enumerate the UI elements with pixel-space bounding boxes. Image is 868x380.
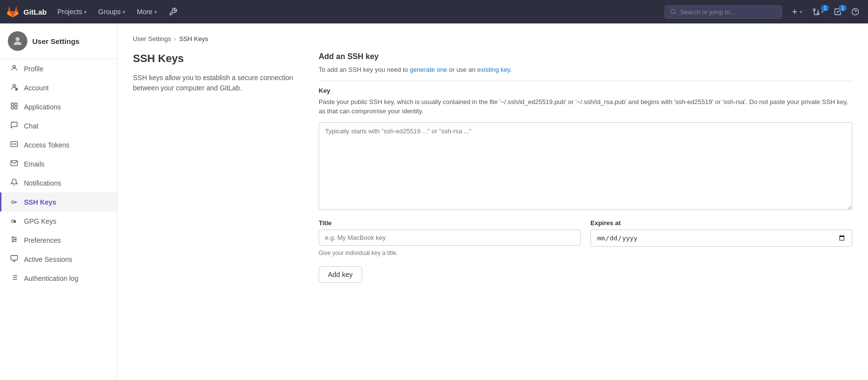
expires-group: Expires at	[590, 219, 852, 247]
sidebar-item-label: Authentication log	[24, 274, 78, 282]
notifications-icon	[9, 178, 19, 188]
page-title: SSH Keys	[133, 52, 299, 65]
preferences-icon	[9, 235, 19, 245]
sidebar-item-preferences[interactable]: Preferences	[0, 231, 117, 250]
sidebar: User Settings Profile Account	[0, 23, 117, 380]
sidebar-item-account[interactable]: Account	[0, 78, 117, 97]
page-description: SSH keys allow you to establish a secure…	[133, 73, 299, 93]
projects-caret-icon: ▾	[84, 9, 87, 15]
groups-nav-item[interactable]: Groups ▾	[93, 5, 130, 19]
sidebar-item-label: Emails	[24, 160, 44, 168]
access-tokens-icon	[9, 140, 19, 149]
sidebar-title: User Settings	[32, 37, 80, 45]
sidebar-item-active-sessions[interactable]: Active Sessions	[0, 250, 117, 269]
main-content: User Settings › SSH Keys SSH Keys SSH ke…	[117, 23, 868, 380]
svg-point-20	[12, 241, 14, 242]
title-input[interactable]	[319, 230, 581, 246]
title-label: Title	[319, 219, 581, 227]
content-description: SSH Keys SSH keys allow you to establish…	[133, 52, 299, 283]
search-bar[interactable]	[665, 5, 782, 19]
sidebar-item-label: SSH Keys	[24, 198, 56, 206]
more-caret-icon: ▾	[154, 9, 157, 15]
search-input[interactable]	[680, 8, 777, 16]
sidebar-item-applications[interactable]: Applications	[0, 97, 117, 116]
more-nav-item[interactable]: More ▾	[132, 5, 162, 19]
sidebar-item-label: Active Sessions	[24, 255, 72, 263]
sidebar-item-profile[interactable]: Profile	[0, 59, 117, 78]
expires-label: Expires at	[590, 219, 852, 227]
avatar	[8, 31, 27, 51]
top-navigation: GitLab Projects ▾ Groups ▾ More ▾ ▾	[0, 0, 868, 23]
breadcrumb-current: SSH Keys	[179, 35, 208, 42]
svg-rect-21	[11, 255, 17, 260]
merge-request-badge: 1	[821, 5, 829, 11]
search-icon	[670, 8, 676, 15]
applications-icon	[9, 102, 19, 111]
gitlab-logo[interactable]: GitLab	[6, 5, 47, 19]
sidebar-header: User Settings	[0, 23, 117, 59]
svg-point-6	[13, 84, 15, 87]
breadcrumb: User Settings › SSH Keys	[133, 35, 852, 42]
svg-rect-10	[11, 106, 14, 109]
existing-key-link[interactable]: existing key	[477, 66, 510, 73]
new-item-button[interactable]: ▾	[788, 6, 805, 18]
todo-badge: 1	[839, 5, 846, 11]
sidebar-nav: Profile Account Applications	[0, 59, 117, 288]
sidebar-item-auth-log[interactable]: Authentication log	[0, 269, 117, 288]
active-sessions-icon	[9, 254, 19, 264]
sidebar-item-label: Applications	[24, 103, 61, 111]
sidebar-item-emails[interactable]: Emails	[0, 154, 117, 173]
sidebar-item-notifications[interactable]: Notifications	[0, 173, 117, 192]
generate-one-link[interactable]: generate one	[410, 66, 447, 73]
sidebar-item-label: Chat	[24, 122, 39, 130]
sidebar-item-label: Preferences	[24, 236, 61, 244]
svg-point-14	[12, 220, 14, 222]
svg-point-18	[12, 237, 14, 238]
content-body: SSH Keys SSH keys allow you to establish…	[133, 52, 852, 283]
sidebar-item-chat[interactable]: Chat	[0, 116, 117, 135]
merge-request-icon	[812, 8, 820, 16]
merge-requests-button[interactable]: 1 ▾	[809, 6, 827, 18]
svg-point-19	[15, 239, 16, 240]
ssh-keys-icon	[9, 197, 19, 207]
projects-nav-item[interactable]: Projects ▾	[53, 5, 92, 19]
groups-caret-icon: ▾	[123, 9, 125, 15]
svg-rect-11	[15, 106, 17, 109]
form-intro-after: .	[510, 66, 512, 73]
svg-point-4	[16, 37, 20, 41]
chat-icon	[9, 121, 19, 130]
key-label: Key	[319, 87, 852, 94]
main-layout: User Settings Profile Account	[0, 23, 868, 380]
expires-input[interactable]	[590, 230, 852, 247]
gpg-keys-icon	[9, 216, 19, 226]
svg-point-0	[671, 9, 675, 13]
help-button[interactable]	[848, 6, 862, 18]
gitlab-wordmark: GitLab	[23, 8, 47, 16]
form-intro: To add an SSH key you need to generate o…	[319, 65, 852, 75]
profile-icon	[9, 64, 19, 73]
todo-button[interactable]: 1	[831, 6, 845, 18]
form-intro-before: To add an SSH key you need to	[319, 66, 410, 73]
sidebar-item-label: Access Tokens	[24, 141, 69, 149]
wrench-button[interactable]	[166, 5, 180, 18]
add-key-button[interactable]: Add key	[319, 266, 362, 283]
breadcrumb-separator: ›	[174, 35, 176, 42]
sidebar-item-gpg-keys[interactable]: GPG Keys	[0, 211, 117, 231]
emails-icon	[9, 159, 19, 169]
form-divider	[319, 81, 852, 81]
plus-icon	[791, 8, 799, 16]
sidebar-item-label: Account	[24, 84, 49, 92]
new-dropdown-caret: ▾	[800, 9, 803, 15]
help-icon	[851, 8, 859, 16]
topnav-icon-group: ▾ 1 ▾ 1	[788, 6, 862, 18]
sidebar-item-ssh-keys[interactable]: SSH Keys	[0, 192, 117, 211]
account-icon	[9, 83, 19, 92]
ssh-key-form: Add an SSH key To add an SSH key you nee…	[319, 52, 852, 283]
sidebar-item-label: Profile	[24, 65, 43, 73]
key-description: Paste your public SSH key, which is usua…	[319, 97, 852, 116]
breadcrumb-parent[interactable]: User Settings	[133, 35, 171, 42]
svg-point-5	[13, 65, 15, 68]
svg-rect-9	[15, 103, 17, 106]
key-textarea[interactable]	[319, 122, 852, 210]
sidebar-item-access-tokens[interactable]: Access Tokens	[0, 135, 117, 154]
